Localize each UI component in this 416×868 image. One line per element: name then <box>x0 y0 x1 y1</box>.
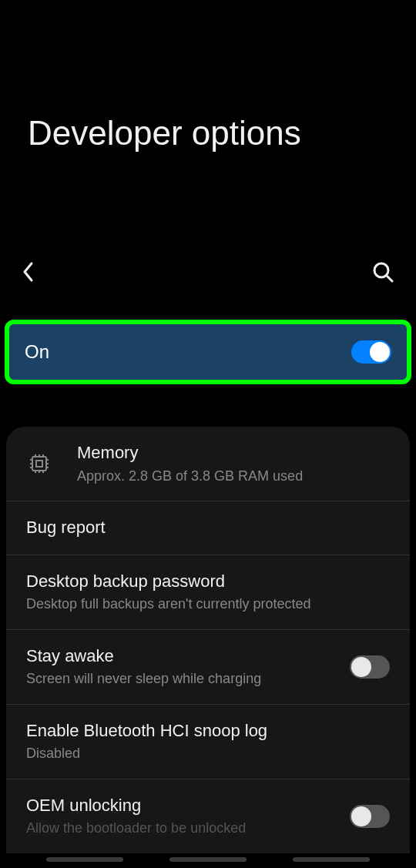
setting-title: OEM unlocking <box>26 795 341 817</box>
master-toggle-label: On <box>25 341 49 363</box>
setting-oem-unlocking[interactable]: OEM unlocking Allow the bootloader to be… <box>6 779 410 853</box>
setting-subtitle: Disabled <box>26 745 390 762</box>
setting-title: Desktop backup password <box>26 571 390 593</box>
setting-stay-awake[interactable]: Stay awake Screen will never sleep while… <box>6 630 410 705</box>
settings-list: Memory Approx. 2.8 GB of 3.8 GB RAM used… <box>6 427 410 853</box>
memory-chip-icon <box>26 451 52 477</box>
setting-subtitle: Screen will never sleep while charging <box>26 670 341 688</box>
setting-title: Bug report <box>26 517 390 539</box>
setting-subtitle: Allow the bootloader to be unlocked <box>26 819 341 837</box>
page-title: Developer options <box>0 112 416 154</box>
nav-recent[interactable] <box>46 857 123 862</box>
setting-title: Memory <box>77 442 390 464</box>
developer-options-master-toggle[interactable]: On <box>5 320 411 384</box>
toolbar <box>0 258 416 289</box>
setting-desktop-backup-password[interactable]: Desktop backup password Desktop full bac… <box>6 555 410 630</box>
back-icon[interactable] <box>22 260 35 287</box>
svg-rect-1 <box>32 457 46 471</box>
toggle-switch-off[interactable] <box>350 805 390 828</box>
toggle-switch-off[interactable] <box>350 655 390 679</box>
nav-home[interactable] <box>169 857 247 862</box>
navigation-bar <box>0 857 416 862</box>
toggle-switch-on[interactable] <box>351 340 391 364</box>
svg-rect-2 <box>36 461 42 467</box>
setting-memory[interactable]: Memory Approx. 2.8 GB of 3.8 GB RAM used <box>6 427 410 501</box>
nav-back[interactable] <box>293 857 370 862</box>
setting-title: Enable Bluetooth HCI snoop log <box>26 720 390 742</box>
setting-bug-report[interactable]: Bug report <box>6 501 410 555</box>
setting-subtitle: Approx. 2.8 GB of 3.8 GB RAM used <box>77 468 390 485</box>
setting-subtitle: Desktop full backups aren't currently pr… <box>26 595 390 613</box>
search-icon[interactable] <box>371 260 394 287</box>
setting-bluetooth-hci-snoop[interactable]: Enable Bluetooth HCI snoop log Disabled <box>6 705 410 779</box>
setting-title: Stay awake <box>26 645 341 668</box>
